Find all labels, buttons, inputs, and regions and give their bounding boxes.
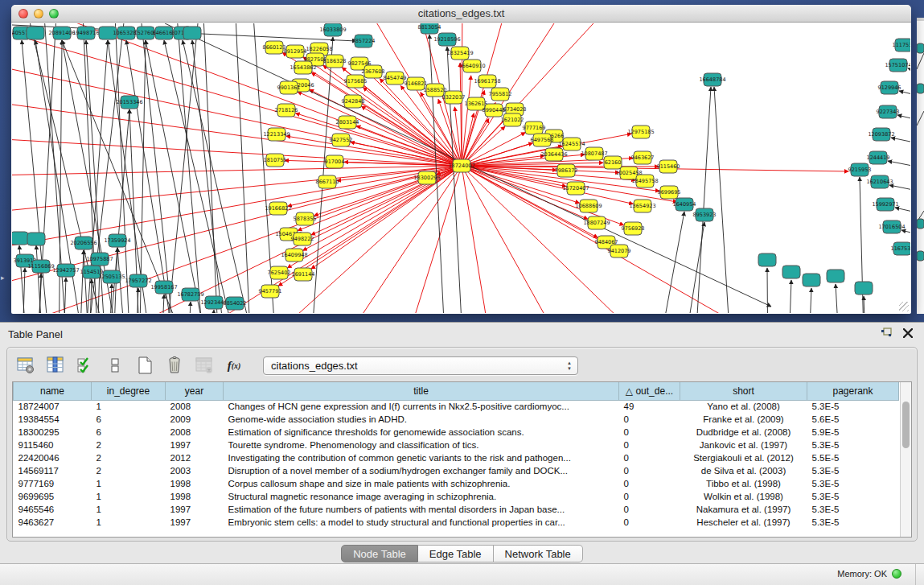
memory-ok-icon[interactable] [892, 569, 901, 579]
table-row[interactable]: 946362711997Embryonic stem cells: a mode… [14, 516, 899, 529]
table-cell[interactable]: Franke et al. (2009) [680, 413, 807, 426]
graph-node[interactable] [758, 253, 776, 266]
graph-edge[interactable] [836, 284, 840, 313]
graph-edge[interactable] [899, 91, 910, 102]
table-cell[interactable]: Structural magnetic resonance image aver… [224, 490, 619, 503]
table-cell[interactable]: 5.6E-5 [807, 413, 899, 426]
table-row[interactable]: 1830029562008Estimation of significance … [14, 426, 899, 439]
table-cell[interactable]: 5.3E-5 [807, 464, 899, 477]
window-resize-grip[interactable] [899, 302, 909, 311]
table-cell[interactable]: 1997 [166, 439, 224, 451]
table-cell[interactable]: 0 [619, 490, 680, 503]
graph-edge[interactable] [146, 40, 211, 313]
table-row[interactable]: 911546021997Tourette syndrome. Phenomeno… [14, 439, 899, 451]
table-cell[interactable]: 49 [619, 400, 680, 413]
table-cell[interactable]: 6 [92, 426, 166, 439]
table-cell[interactable]: 1 [92, 400, 166, 413]
table-cell[interactable]: de Silva et al. (2003) [680, 464, 807, 477]
table-cell[interactable]: 5.5E-5 [807, 451, 899, 464]
graph-node[interactable] [827, 270, 844, 282]
table-cell[interactable]: 0 [619, 451, 680, 464]
table-vertical-scrollbar[interactable] [900, 382, 911, 537]
node-table[interactable]: namein_degreeyeartitle△ out_de...shortpa… [12, 381, 912, 538]
table-cell[interactable]: 9777169 [14, 477, 92, 490]
table-settings-icon[interactable] [15, 355, 36, 376]
graph-edge[interactable] [767, 268, 768, 313]
table-cell[interactable]: 9115460 [14, 439, 92, 451]
table-cell[interactable]: 1 [92, 490, 166, 503]
tab-node-table[interactable]: Node Table [341, 545, 418, 562]
table-cell[interactable]: 2 [92, 451, 166, 464]
table-cell[interactable]: Changes of HCN gene expression and I(f) … [224, 400, 619, 413]
table-row[interactable]: 969969511998Structural magnetic resonanc… [14, 490, 899, 503]
graph-edge[interactable] [135, 288, 138, 313]
table-cell[interactable]: 0 [619, 503, 680, 516]
table-cell[interactable]: 2003 [166, 464, 224, 477]
table-cell[interactable]: Yano et al. (2008) [680, 400, 807, 413]
delete-column-icon[interactable] [164, 355, 185, 376]
table-cell[interactable]: Jankovic et al. (1997) [680, 439, 807, 451]
column-header-6[interactable]: pagerank [807, 382, 899, 400]
table-cell[interactable]: 5.9E-5 [807, 426, 899, 439]
column-header-2[interactable]: year [166, 382, 224, 400]
graph-edge[interactable] [177, 23, 205, 313]
graph-edge[interactable] [462, 166, 575, 313]
graph-edge[interactable] [895, 208, 910, 219]
tab-network-table[interactable]: Network Table [494, 545, 583, 562]
graph-edge[interactable] [211, 310, 214, 313]
graph-edge[interactable] [462, 166, 495, 313]
table-cell[interactable]: 5.3E-5 [807, 400, 899, 413]
table-cell[interactable]: 1 [92, 477, 166, 490]
table-cell[interactable]: 5.3E-5 [807, 477, 899, 490]
graph-edge[interactable] [681, 222, 704, 313]
table-cell[interactable]: 0 [619, 477, 680, 490]
graph-edge[interactable] [901, 230, 910, 241]
table-cell[interactable]: Nakamura et al. (1997) [680, 503, 807, 516]
panel-collapse-arrow[interactable]: ▸ [1, 274, 5, 282]
network-canvas-svg[interactable]: 8660123891295418226058982750816543862818… [12, 23, 910, 313]
graph-node[interactable] [12, 232, 28, 245]
table-cell[interactable]: 5.3E-5 [807, 439, 899, 451]
graph-edge[interactable] [462, 113, 474, 166]
graph-node[interactable] [803, 274, 820, 286]
table-cell[interactable]: 2009 [166, 413, 224, 426]
select-column-icon[interactable] [45, 355, 66, 376]
table-cell[interactable]: Tibbo et al. (1998) [680, 477, 807, 490]
tab-edge-table[interactable]: Edge Table [418, 545, 494, 562]
table-cell[interactable]: 0 [619, 464, 680, 477]
graph-edge[interactable] [908, 68, 910, 80]
graph-edge[interactable] [788, 280, 791, 313]
table-cell[interactable]: 19384554 [14, 413, 92, 426]
graph-edge[interactable] [164, 40, 244, 313]
table-cell[interactable]: 18724007 [14, 400, 92, 413]
table-cell[interactable]: 2008 [166, 426, 224, 439]
graph-node[interactable] [27, 27, 44, 39]
graph-node[interactable] [27, 233, 45, 245]
table-row[interactable]: 1938455462009Genome-wide association stu… [14, 413, 899, 426]
table-cell[interactable]: Wolkin et al. (1998) [680, 490, 807, 503]
graph-edge[interactable] [447, 47, 464, 313]
function-builder-icon[interactable]: f(x) [224, 355, 244, 376]
graph-node[interactable] [782, 266, 800, 278]
table-cell[interactable]: Dudbridge et al. (2008) [680, 426, 807, 439]
scrollbar-thumb[interactable] [902, 402, 910, 448]
table-cell[interactable]: 1997 [166, 503, 224, 516]
table-cell[interactable]: 0 [619, 426, 680, 439]
table-selector-dropdown[interactable]: citations_edges.txt ▲▼ [263, 356, 578, 375]
column-header-3[interactable]: title [224, 382, 619, 400]
graph-edge[interactable] [891, 138, 910, 149]
table-cell[interactable]: 6 [92, 413, 166, 426]
graph-node[interactable] [855, 282, 873, 295]
table-cell[interactable]: 1997 [166, 516, 224, 529]
column-header-4[interactable]: △ out_de... [619, 382, 680, 400]
new-column-icon[interactable] [134, 355, 155, 376]
table-cell[interactable]: Corpus callosum shape and size in male p… [224, 477, 619, 490]
close-panel-icon[interactable] [903, 328, 913, 338]
table-cell[interactable]: 9699695 [14, 490, 92, 503]
graph-edge[interactable] [183, 40, 260, 313]
float-panel-icon[interactable] [881, 328, 892, 338]
table-cell[interactable]: Investigating the contribution of common… [224, 451, 619, 464]
graph-edge[interactable] [161, 295, 164, 313]
network-canvas[interactable]: 8660123891295418226058982750816543862818… [12, 23, 910, 313]
table-cell[interactable]: 5.3E-5 [807, 490, 899, 503]
